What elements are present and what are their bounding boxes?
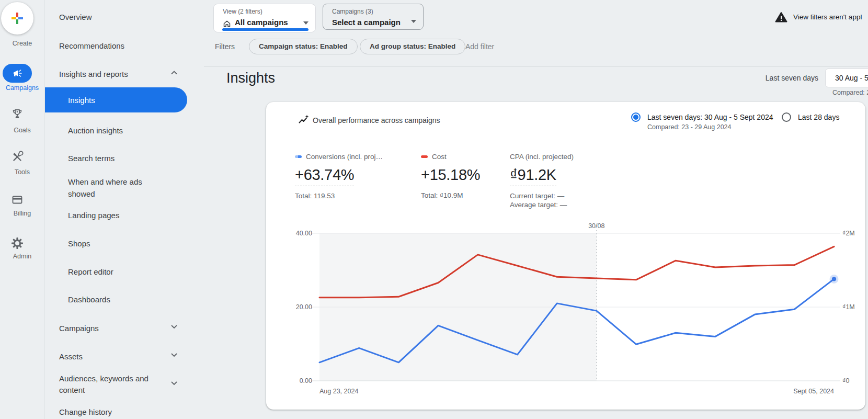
sidebar-item-when-and-where-ads-showed[interactable]: When and where ads showed: [44, 176, 197, 200]
sidebar-item-shops[interactable]: Shops: [44, 238, 197, 250]
google-ads-app: CreateCampaignsGoalsToolsBillingAdmin Ov…: [0, 0, 868, 419]
compared-range-text: Compared: 23 - 29 Aug 2024: [832, 89, 868, 96]
sidebar-item-change-history[interactable]: Change history: [44, 406, 197, 418]
rail-icon-holder: [11, 237, 24, 250]
header-divider: [204, 66, 868, 67]
campaigns-megaphone-icon: [12, 69, 22, 78]
rail-item-label: Goals: [0, 127, 44, 134]
svg-text:20.00: 20.00: [296, 303, 312, 311]
rail-icon-holder: [3, 64, 32, 83]
sidebar-item-label: Audiences, keywords and content: [59, 373, 156, 396]
sidebar-item-label: When and where ads showed: [68, 176, 146, 200]
campaign-selector[interactable]: Campaigns (3) Select a campaign: [323, 4, 424, 30]
date-range-label: Last seven days: [766, 74, 818, 82]
rail-item-label: Campaigns: [0, 84, 44, 92]
metric-detail-lines: Total: ₫10.9M: [421, 191, 480, 200]
admin-gear-icon: [11, 237, 24, 250]
svg-text:₫1M: ₫1M: [842, 303, 855, 311]
metric-label-row: CPA (incl. projected): [510, 151, 574, 162]
view-filters-warning[interactable]: View filters aren't appl: [793, 13, 862, 21]
radio-last-28-days[interactable]: Last 28 days: [782, 112, 839, 122]
rail-item-label: Create: [0, 40, 44, 47]
end-dot: [832, 277, 836, 281]
sidebar-item-assets[interactable]: Assets: [44, 351, 197, 363]
chevron-down-icon: [303, 21, 309, 25]
rail-icon-holder: [11, 194, 24, 206]
annotation-30-08: 30/08: [588, 222, 604, 230]
radio-last-seven-day[interactable]: Last seven days: 30 Aug - 5 Sept 2024Com…: [631, 112, 773, 131]
metric-label: Conversions (incl. proj…: [306, 153, 383, 161]
sidebar-item-insights[interactable]: Insights: [45, 87, 187, 112]
chevron-down-icon: [171, 381, 177, 386]
rail-item-label: Admin: [0, 253, 44, 260]
metric-label-row: Cost: [421, 151, 480, 162]
rail-icon-holder: [11, 151, 24, 163]
metric-value[interactable]: +15.18%: [421, 166, 480, 186]
chevron-down-icon: [171, 353, 177, 357]
performance-chart[interactable]: 30/0840.0020.000.00₫2M₫1M₫0Aug 23, 2024S…: [266, 207, 865, 410]
sidebar-item-search-terms[interactable]: Search terms: [44, 153, 197, 164]
metric-conversions: Conversions (incl. proj…+63.74%Total: 11…: [295, 151, 383, 200]
sidebar-item-label: Insights: [68, 96, 95, 105]
sidebar-item-report-editor[interactable]: Report editor: [44, 266, 197, 278]
radio-label: Last seven days: 30 Aug - 5 Sept 2024: [647, 112, 773, 122]
campaign-selector-label: Campaigns (3): [332, 8, 373, 15]
rail-item-label: Tools: [0, 168, 44, 176]
metric-value[interactable]: +63.74%: [295, 166, 354, 186]
legend-blue-dash-icon: [295, 155, 302, 158]
svg-text:₫2M: ₫2M: [842, 230, 855, 237]
metric-label: CPA (incl. projected): [510, 153, 574, 161]
metric-label-row: Conversions (incl. proj…: [295, 151, 383, 162]
add-filter-button[interactable]: Add filter: [465, 42, 494, 51]
sidebar-item-label: Shops: [68, 238, 197, 250]
sidebar-item-label: Auction insights: [68, 125, 197, 137]
sidebar-item-auction-insights[interactable]: Auction insights: [44, 125, 197, 137]
radio-selected-icon: [631, 112, 641, 122]
filter-pill-campaign-status[interactable]: Campaign status: Enabled: [249, 39, 358, 54]
metric-cpa-incl-p: CPA (incl. projected)₫91.2KCurrent targe…: [510, 151, 574, 209]
sidebar-item-overview[interactable]: Overview: [44, 12, 197, 23]
sidebar-item-label: Landing pages: [68, 210, 197, 221]
view-selector-value: All campaigns: [235, 18, 288, 27]
active-view-indicator: [222, 28, 309, 31]
filters-label: Filters: [215, 42, 235, 51]
sidebar-item-recommendations[interactable]: Recommendations: [44, 40, 197, 52]
sidebar-item-label: Overview: [59, 12, 197, 23]
sidebar-item-insights-and-reports[interactable]: Insights and reports: [44, 69, 197, 80]
insights-trend-icon: [298, 115, 309, 125]
rail-item-label: Billing: [0, 210, 44, 217]
view-selector-label: View (2 filters): [223, 8, 262, 15]
rail-icon-holder: [11, 108, 24, 120]
sidebar-item-landing-pages[interactable]: Landing pages: [44, 210, 197, 221]
date-range-picker[interactable]: 30 Aug - 5 Sept 2024: [825, 69, 868, 87]
chevron-up-icon: [171, 71, 177, 75]
radio-unselected-icon: [782, 112, 791, 122]
overall-performance-card: Overall performance across campaigns Las…: [266, 102, 865, 410]
sidebar-item-label: Search terms: [68, 153, 197, 164]
goals-trophy-icon: [11, 108, 24, 120]
sidebar-item-campaigns[interactable]: Campaigns: [44, 323, 197, 334]
radio-text: Last 28 days: [798, 112, 839, 122]
page-title: Insights: [226, 70, 275, 86]
svg-text:Aug 23, 2024: Aug 23, 2024: [319, 388, 358, 395]
sidebar-item-dashboards[interactable]: Dashboards: [44, 294, 197, 305]
card-title: Overall performance across campaigns: [313, 116, 440, 124]
filter-pill-ad-group-status[interactable]: Ad group status: Enabled: [360, 39, 465, 54]
radio-text: Last seven days: 30 Aug - 5 Sept 2024Com…: [647, 112, 773, 131]
radio-label: Last 28 days: [798, 112, 839, 122]
left-rail: CreateCampaignsGoalsToolsBillingAdmin: [0, 0, 44, 419]
tools-wrench-icon: [11, 151, 24, 163]
sidebar-item-audiences-keywords-and-content[interactable]: Audiences, keywords and content: [44, 373, 197, 396]
svg-text:0.00: 0.00: [300, 377, 312, 384]
view-selector[interactable]: View (2 filters) All campaigns: [213, 4, 316, 32]
metric-value[interactable]: ₫91.2K: [510, 166, 556, 186]
chevron-down-icon: [171, 325, 177, 329]
sidebar-item-label: Change history: [59, 406, 197, 418]
svg-text:Sept 05, 2024: Sept 05, 2024: [793, 388, 834, 395]
rail-icon-holder: [1, 2, 33, 35]
metric-cost: Cost+15.18%Total: ₫10.9M: [421, 151, 480, 200]
sidebar-item-label: Report editor: [68, 266, 197, 278]
chevron-down-icon: [411, 20, 416, 23]
metric-label: Cost: [432, 153, 447, 161]
sidebar-item-label: Dashboards: [68, 294, 197, 305]
